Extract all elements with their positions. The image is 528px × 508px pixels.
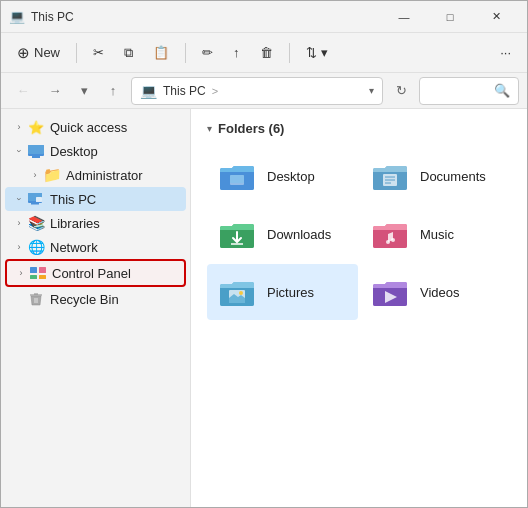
section-header: ▾ Folders (6): [207, 121, 511, 136]
refresh-button[interactable]: ↻: [387, 77, 415, 105]
minimize-button[interactable]: —: [381, 1, 427, 33]
folder-pictures-label: Pictures: [267, 285, 314, 300]
folder-downloads[interactable]: Downloads: [207, 206, 358, 262]
new-button[interactable]: ⊕ New: [9, 40, 68, 66]
forward-button[interactable]: →: [41, 77, 69, 105]
folder-documents-label: Documents: [420, 169, 486, 184]
sidebar-label-desktop: Desktop: [50, 144, 98, 159]
svg-rect-10: [39, 275, 46, 279]
folder-desktop-label: Desktop: [267, 169, 315, 184]
sidebar-item-network[interactable]: › 🌐 Network: [5, 235, 186, 259]
paste-button[interactable]: 📋: [145, 41, 177, 64]
libraries-icon: 📚: [27, 214, 45, 232]
expand-icon: ›: [11, 239, 27, 255]
expand-icon: ›: [11, 119, 27, 135]
toolbar-separator-2: [185, 43, 186, 63]
sidebar-label-network: Network: [50, 240, 98, 255]
folder-music[interactable]: Music: [360, 206, 511, 262]
copy-button[interactable]: ⧉: [116, 41, 141, 65]
sidebar-label-quick-access: Quick access: [50, 120, 127, 135]
new-icon: ⊕: [17, 44, 30, 62]
expand-icon: ›: [27, 167, 43, 183]
new-label: New: [34, 45, 60, 60]
address-pc-icon: 💻: [140, 83, 157, 99]
sidebar-label-recycle-bin: Recycle Bin: [50, 292, 119, 307]
svg-rect-6: [36, 197, 42, 202]
sidebar-label-control-panel: Control Panel: [52, 266, 131, 281]
svg-rect-7: [30, 267, 37, 273]
delete-button[interactable]: 🗑: [252, 41, 281, 64]
svg-rect-12: [230, 175, 244, 183]
sidebar-item-this-pc[interactable]: › This PC: [5, 187, 186, 211]
folder-downloads-icon: [217, 214, 257, 254]
sidebar-item-libraries[interactable]: › 📚 Libraries: [5, 211, 186, 235]
svg-point-18: [386, 240, 390, 244]
search-icon: 🔍: [494, 83, 510, 98]
expand-icon: ›: [11, 215, 27, 231]
sidebar-item-recycle-bin[interactable]: Recycle Bin: [5, 287, 186, 311]
folder-pictures[interactable]: Pictures: [207, 264, 358, 320]
content-area: ▾ Folders (6) Desktop: [191, 109, 527, 508]
share-button[interactable]: ↑: [225, 41, 248, 64]
search-box[interactable]: 🔍: [419, 77, 519, 105]
folder-videos-icon: [370, 272, 410, 312]
folder-desktop[interactable]: Desktop: [207, 148, 358, 204]
folder-music-label: Music: [420, 227, 454, 242]
svg-point-19: [391, 238, 395, 242]
recycle-bin-icon: [27, 290, 45, 308]
expand-icon: ›: [13, 265, 29, 281]
sidebar-label-this-pc: This PC: [50, 192, 96, 207]
more-icon: ···: [500, 45, 511, 60]
folder-documents[interactable]: Documents: [360, 148, 511, 204]
sort-button[interactable]: ⇅ ▾: [298, 41, 336, 64]
up-button[interactable]: ↑: [99, 77, 127, 105]
expand-icon: ›: [11, 191, 27, 207]
folder-videos[interactable]: Videos: [360, 264, 511, 320]
sidebar-item-administrator[interactable]: › 📁 Administrator: [5, 163, 186, 187]
cut-button[interactable]: ✂: [85, 41, 112, 64]
copy-icon: ⧉: [124, 45, 133, 61]
administrator-icon: 📁: [43, 166, 61, 184]
sidebar-item-control-panel[interactable]: › Control Panel: [5, 259, 186, 287]
more-button[interactable]: ···: [492, 41, 519, 64]
window-icon: 💻: [9, 9, 25, 25]
cut-icon: ✂: [93, 45, 104, 60]
folder-music-icon: [370, 214, 410, 254]
paste-icon: 📋: [153, 45, 169, 60]
svg-rect-1: [32, 156, 40, 158]
back-button[interactable]: ←: [9, 77, 37, 105]
svg-rect-9: [30, 275, 37, 279]
history-button[interactable]: ▾: [73, 77, 95, 105]
desktop-icon: [27, 142, 45, 160]
folder-pictures-icon: [217, 272, 257, 312]
close-button[interactable]: ✕: [473, 1, 519, 33]
window-title: This PC: [31, 10, 381, 24]
svg-rect-8: [39, 267, 46, 273]
main-area: › ⭐ Quick access › Desktop › 📁 Administr…: [1, 109, 527, 508]
address-this-pc: This PC: [163, 84, 206, 98]
folders-grid: Desktop Documents: [207, 148, 511, 320]
maximize-button[interactable]: □: [427, 1, 473, 33]
title-bar: 💻 This PC — □ ✕: [1, 1, 527, 33]
address-bar[interactable]: 💻 This PC > ▾: [131, 77, 383, 105]
quick-access-icon: ⭐: [27, 118, 45, 136]
this-pc-icon: [27, 190, 45, 208]
share-icon: ↑: [233, 45, 240, 60]
folder-downloads-label: Downloads: [267, 227, 331, 242]
sort-icon: ⇅: [306, 45, 317, 60]
sidebar-item-quick-access[interactable]: › ⭐ Quick access: [5, 115, 186, 139]
nav-bar: ← → ▾ ↑ 💻 This PC > ▾ ↻ 🔍: [1, 73, 527, 109]
address-chevron-icon[interactable]: ▾: [369, 85, 374, 96]
control-panel-icon: [29, 264, 47, 282]
toolbar-separator-1: [76, 43, 77, 63]
window-controls: — □ ✕: [381, 1, 519, 33]
rename-icon: ✏: [202, 45, 213, 60]
folder-desktop-icon: [217, 156, 257, 196]
folder-documents-icon: [370, 156, 410, 196]
folder-videos-label: Videos: [420, 285, 460, 300]
sort-chevron-icon: ▾: [321, 45, 328, 60]
rename-button[interactable]: ✏: [194, 41, 221, 64]
svg-rect-2: [28, 145, 44, 154]
toolbar-separator-3: [289, 43, 290, 63]
sidebar-item-desktop[interactable]: › Desktop: [5, 139, 186, 163]
